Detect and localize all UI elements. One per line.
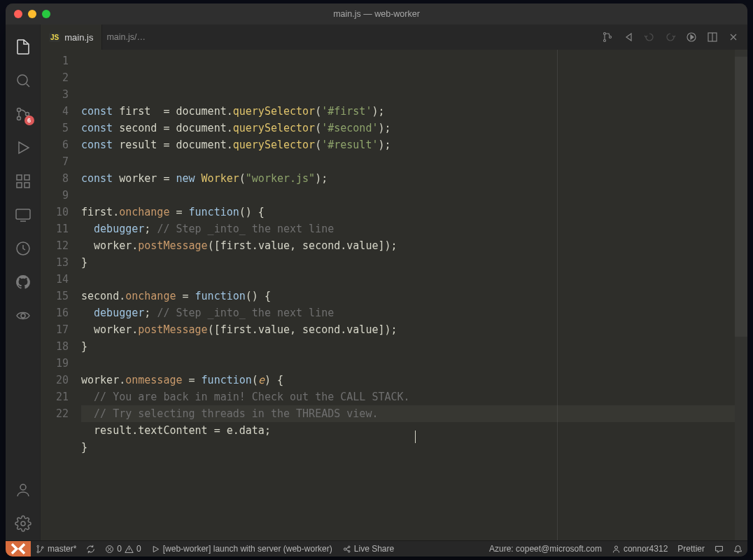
maximize-window-button[interactable] <box>42 10 50 18</box>
live-share-status[interactable]: Live Share <box>337 541 399 556</box>
svg-point-12 <box>21 522 25 526</box>
tab-main-js[interactable]: JS main.js <box>41 24 102 50</box>
source-control-icon[interactable]: 6 <box>6 97 40 131</box>
live-share-activity-icon[interactable] <box>6 299 40 332</box>
testing-icon[interactable] <box>6 232 40 265</box>
explorer-icon[interactable] <box>6 30 40 64</box>
window-title: main.js — web-worker <box>6 9 747 19</box>
github-icon[interactable] <box>6 265 40 299</box>
breadcrumb[interactable]: main.js/… <box>102 24 146 50</box>
svg-point-2 <box>17 117 20 120</box>
svg-rect-4 <box>17 175 22 180</box>
go-back-icon[interactable] <box>644 31 655 43</box>
editor-window: main.js — web-worker 6 <box>6 4 747 556</box>
close-tab-icon[interactable] <box>728 31 739 43</box>
settings-gear-icon[interactable] <box>6 507 40 540</box>
accounts-icon[interactable] <box>6 473 40 507</box>
svg-point-0 <box>17 75 27 85</box>
problems-status[interactable]: 0 0 <box>100 541 146 556</box>
minimap-thumb[interactable] <box>735 57 747 337</box>
git-branch-status[interactable]: master* <box>31 541 81 556</box>
minimap[interactable] <box>735 50 747 540</box>
svg-rect-6 <box>24 183 29 188</box>
svg-point-15 <box>610 36 612 38</box>
formatter-status[interactable]: Prettier <box>673 541 710 556</box>
svg-point-1 <box>17 108 20 112</box>
status-bar: master* 0 0 [web-worker] launch with ser… <box>6 540 747 556</box>
tab-filename: main.js <box>64 32 93 43</box>
minimize-window-button[interactable] <box>28 10 36 18</box>
run-file-icon[interactable] <box>686 31 697 43</box>
svg-point-25 <box>614 546 617 549</box>
search-icon[interactable] <box>6 64 40 97</box>
compare-changes-icon[interactable] <box>602 31 613 43</box>
svg-rect-8 <box>16 209 30 219</box>
svg-point-10 <box>21 314 25 318</box>
account-status[interactable]: connor4312 <box>607 541 673 556</box>
js-file-icon: JS <box>49 33 60 42</box>
window-controls <box>6 10 50 18</box>
feedback-icon[interactable] <box>710 541 729 556</box>
run-debug-icon[interactable] <box>6 131 40 164</box>
split-editor-icon[interactable] <box>707 31 718 43</box>
line-gutter: 12345678910111213141516171819202122 <box>41 50 81 540</box>
notifications-icon[interactable] <box>729 541 747 556</box>
extensions-icon[interactable] <box>6 164 40 198</box>
close-window-button[interactable] <box>14 10 22 18</box>
svg-point-14 <box>604 40 606 42</box>
scm-badge: 6 <box>24 115 34 125</box>
svg-point-11 <box>20 484 26 490</box>
remote-explorer-icon[interactable] <box>6 198 40 232</box>
run-previous-icon[interactable] <box>623 31 634 43</box>
svg-rect-5 <box>17 183 22 188</box>
svg-rect-7 <box>24 175 29 180</box>
code-editor[interactable]: 12345678910111213141516171819202122 cons… <box>41 50 747 540</box>
sync-status[interactable] <box>81 541 100 556</box>
tab-bar: JS main.js main.js/… <box>41 24 747 50</box>
svg-point-22 <box>344 547 346 550</box>
remote-indicator[interactable] <box>6 541 31 556</box>
title-bar: main.js — web-worker <box>6 4 747 24</box>
editor-actions <box>602 24 747 50</box>
debug-launch-status[interactable]: [web-worker] launch with server (web-wor… <box>146 541 337 556</box>
go-forward-icon[interactable] <box>665 31 676 43</box>
azure-account-status[interactable]: Azure: copeet@microsoft.com <box>484 541 607 556</box>
svg-point-20 <box>42 546 43 547</box>
svg-point-19 <box>37 551 38 552</box>
code-content[interactable]: const first = document.querySelector('#f… <box>81 50 735 540</box>
activity-bar: 6 <box>6 24 41 540</box>
svg-point-18 <box>37 545 38 547</box>
svg-point-13 <box>604 33 606 35</box>
